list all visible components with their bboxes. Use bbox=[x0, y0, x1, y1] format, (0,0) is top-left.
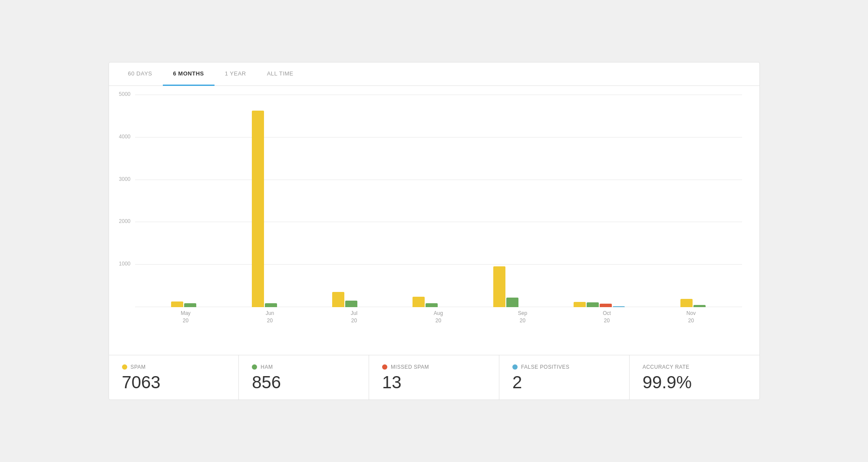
bars-wrapper bbox=[135, 95, 742, 307]
bar-group-aug bbox=[413, 297, 438, 307]
bar-spam bbox=[252, 111, 264, 307]
tab-1year[interactable]: 1 YEAR bbox=[215, 62, 257, 86]
x-label-aug: Aug20 bbox=[421, 310, 456, 324]
spam-label-text: SPAM bbox=[131, 364, 146, 370]
bar-set bbox=[574, 302, 625, 307]
bar-set bbox=[171, 301, 196, 307]
stat-missed-spam: MISSED SPAM 13 bbox=[369, 355, 499, 400]
tab-60days[interactable]: 60 DAYS bbox=[118, 62, 163, 86]
bar-spam bbox=[680, 299, 693, 307]
missed-value: 13 bbox=[382, 374, 486, 391]
ham-dot bbox=[252, 364, 257, 370]
bar-set bbox=[332, 292, 357, 307]
bar-set bbox=[680, 299, 706, 307]
fp-value: 2 bbox=[512, 374, 616, 391]
bar-spam bbox=[171, 301, 183, 307]
stat-accuracy-label: ACCURACY RATE bbox=[643, 364, 746, 370]
bar-group-oct bbox=[574, 302, 625, 307]
ham-value: 856 bbox=[252, 374, 356, 391]
x-label-oct: Oct20 bbox=[590, 310, 624, 324]
bar-spam bbox=[574, 302, 586, 307]
x-label-jun: Jun20 bbox=[253, 310, 287, 324]
chart-container: 5000 4000 3000 2000 1000 bbox=[109, 86, 759, 355]
tab-alltime[interactable]: ALL TIME bbox=[257, 62, 304, 86]
tab-6months[interactable]: 6 MONTHS bbox=[163, 62, 215, 86]
x-label-may: May20 bbox=[168, 310, 203, 324]
bar-spam bbox=[493, 266, 505, 307]
x-label-nov: Nov20 bbox=[674, 310, 709, 324]
stat-fp-label: FALSE POSITIVES bbox=[512, 364, 616, 370]
bar-spam bbox=[332, 292, 344, 307]
tab-bar: 60 DAYS 6 MONTHS 1 YEAR ALL TIME bbox=[109, 62, 759, 86]
bar-ham bbox=[426, 303, 438, 307]
stats-bar: SPAM 7063 HAM 856 MISSED SPAM 13 FALSE P… bbox=[109, 355, 759, 400]
missed-dot bbox=[382, 364, 387, 370]
y-label-5000: 5000 bbox=[113, 91, 131, 97]
x-label-sep: Sep20 bbox=[505, 310, 540, 324]
chart-area: 5000 4000 3000 2000 1000 bbox=[135, 95, 742, 324]
bar-ham bbox=[506, 298, 518, 307]
fp-dot bbox=[512, 364, 518, 370]
bar-spam bbox=[413, 297, 425, 307]
spam-dot bbox=[122, 364, 127, 370]
bar-fp bbox=[613, 306, 625, 307]
bar-ham bbox=[587, 302, 599, 307]
main-card: 60 DAYS 6 MONTHS 1 YEAR ALL TIME 5000 40… bbox=[109, 62, 760, 400]
stat-spam-label: SPAM bbox=[122, 364, 226, 370]
stat-accuracy: ACCURACY RATE 99.9% bbox=[630, 355, 759, 400]
y-label-3000: 3000 bbox=[113, 176, 131, 182]
y-label-4000: 4000 bbox=[113, 134, 131, 140]
x-labels: May20Jun20Jul20Aug20Sep20Oct20Nov20 bbox=[135, 310, 742, 324]
bar-group-nov bbox=[680, 299, 706, 307]
bar-group-jun bbox=[252, 111, 277, 307]
accuracy-label-text: ACCURACY RATE bbox=[643, 364, 690, 370]
bar-group-may bbox=[171, 301, 196, 307]
accuracy-value: 99.9% bbox=[643, 374, 746, 391]
bar-set bbox=[413, 297, 438, 307]
spam-value: 7063 bbox=[122, 374, 226, 391]
bar-group-sep bbox=[493, 266, 518, 307]
bar-group-jul bbox=[332, 292, 357, 307]
bar-ham bbox=[345, 301, 357, 307]
y-label-1000: 1000 bbox=[113, 261, 131, 267]
bar-missed bbox=[600, 304, 612, 307]
fp-label-text: FALSE POSITIVES bbox=[521, 364, 570, 370]
stat-ham-label: HAM bbox=[252, 364, 356, 370]
x-label-jul: Jul20 bbox=[337, 310, 372, 324]
stat-false-positives: FALSE POSITIVES 2 bbox=[499, 355, 630, 400]
bar-ham bbox=[693, 305, 706, 307]
stat-ham: HAM 856 bbox=[239, 355, 369, 400]
bar-ham bbox=[265, 303, 277, 307]
bar-ham bbox=[184, 303, 196, 307]
bar-set bbox=[252, 111, 277, 307]
bar-set bbox=[493, 266, 518, 307]
stat-spam: SPAM 7063 bbox=[109, 355, 239, 400]
stat-missed-label: MISSED SPAM bbox=[382, 364, 486, 370]
ham-label-text: HAM bbox=[261, 364, 273, 370]
y-label-2000: 2000 bbox=[113, 218, 131, 224]
missed-label-text: MISSED SPAM bbox=[391, 364, 429, 370]
